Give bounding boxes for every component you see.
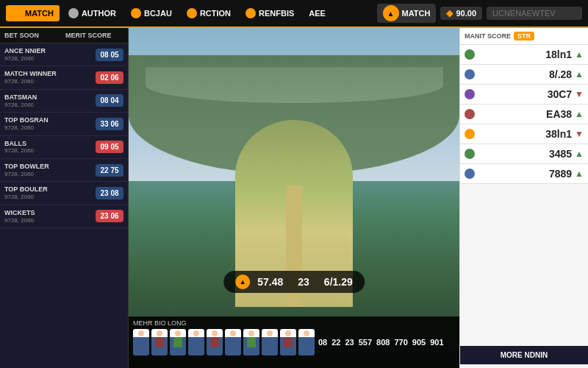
coin-balance: ◆ 90.00 [440, 7, 482, 20]
bottom-number: 08 [318, 338, 327, 347]
player-icon-1 [133, 329, 149, 355]
odds-value: 7889 [478, 168, 572, 180]
right-panel-header: MANIT SCORE STR [460, 28, 588, 45]
team-icon: ▲ [235, 275, 250, 289]
bet-label: BALLS 9728, 2060 [4, 140, 93, 155]
nav-item-rction[interactable]: RCTION [181, 5, 237, 21]
odds-row[interactable]: EA38 ▲ [460, 105, 588, 124]
bet-label: MATCH WINNER 9728, 2060 [4, 70, 93, 85]
main-score: 57.48 [257, 276, 283, 288]
center-panel: ▲ 57.48 23 6/1.29 MEHR BIO LONG [129, 28, 459, 368]
nav-item-aee[interactable]: AEE [303, 6, 331, 21]
player-icon-9 [280, 329, 296, 355]
right-header-label: MANIT SCORE [465, 32, 511, 40]
coin-icon: ◆ [446, 8, 453, 18]
overs-score: 23 [298, 276, 309, 288]
bet-row[interactable]: BATSMAN 9728, 2060 08 04 [0, 90, 128, 113]
bet-row[interactable]: WICKETS 9728, 2060 23 06 [0, 205, 128, 228]
left-betting-panel: BET SOON MERIT SCORE ANCE NNIER 9728, 20… [0, 28, 129, 368]
player-icon-6 [225, 329, 241, 355]
star-icon [245, 8, 256, 18]
bottom-number: 22 [331, 338, 340, 347]
trend-arrow-icon: ▲ [575, 109, 584, 119]
player-icon-5 [207, 329, 223, 355]
bet-row[interactable]: MATCH WINNER 9728, 2060 02 06 [0, 66, 128, 89]
bet-odds[interactable]: 09 05 [96, 141, 123, 153]
right-odds-panel: MANIT SCORE STR 18ln1 ▲ 8/.28 ▲ 30C7 ▼ E… [459, 28, 588, 368]
odds-value: 38ln1 [478, 128, 572, 140]
trend-arrow-icon: ▲ [575, 69, 584, 79]
stands-inner-bg [146, 67, 443, 103]
trend-arrow-icon: ▼ [575, 129, 584, 139]
odds-list: 18ln1 ▲ 8/.28 ▲ 30C7 ▼ EA38 ▲ 38ln1 ▼ 34… [460, 45, 588, 346]
person-icon [68, 8, 79, 18]
bet-row[interactable]: BALLS 9728, 2060 09 05 [0, 136, 128, 159]
green-icon [465, 49, 475, 60]
odds-row[interactable]: 3485 ▲ [460, 144, 588, 164]
player-icons-list: 082223557808770905901 [133, 329, 455, 355]
purple-icon [465, 89, 475, 99]
orange-icon [465, 129, 475, 139]
top-navigation: MATCH AUTHOR BCJAU RCTION RENFBIS AEE ▲ … [0, 0, 588, 28]
sub-score: 6/1.29 [324, 276, 353, 288]
bottom-number: 808 [376, 338, 390, 347]
bottom-number: 901 [430, 338, 443, 347]
trend-arrow-icon: ▲ [575, 149, 584, 159]
bet-odds[interactable]: 02 06 [96, 71, 123, 84]
bet-odds[interactable]: 08 05 [96, 49, 123, 61]
bet-label: TOP BOSRAN 9728, 2060 [4, 116, 93, 131]
nav-item-author[interactable]: AUTHOR [62, 5, 122, 21]
stadium-background: ▲ 57.48 23 6/1.29 MEHR BIO LONG [129, 28, 459, 368]
odds-row[interactable]: 7889 ▲ [460, 164, 588, 184]
bet-row[interactable]: TOP BOULER 9728, 2060 23 08 [0, 182, 128, 205]
bet-odds[interactable]: 23 06 [96, 210, 123, 222]
green-icon [465, 149, 475, 159]
bet-odds[interactable]: 33 06 [96, 118, 123, 130]
odds-value: 8/.28 [478, 68, 572, 80]
bet-odds[interactable]: 08 04 [96, 94, 123, 107]
nav-item-renfbis[interactable]: RENFBIS [240, 5, 300, 21]
bet-label: ANCE NNIER 9728, 2060 [4, 47, 93, 62]
bet-row[interactable]: ANCE NNIER 9728, 2060 08 05 [0, 43, 128, 66]
bottom-label-text: MEHR BIO LONG [133, 319, 187, 327]
nav-right-section: ▲ MATCH ◆ 90.00 [377, 4, 582, 23]
bet-label: TOP BOWLER 9728, 2060 [4, 163, 93, 177]
bet-row[interactable]: TOP BOWLER 9728, 2060 22 75 [0, 159, 128, 182]
blue-icon [465, 169, 475, 179]
left-panel-header: BET SOON MERIT SCORE [0, 28, 128, 43]
player-icon-8 [262, 329, 278, 355]
flame-icon [131, 8, 141, 18]
right-panel-inner: 18ln1 ▲ 8/.28 ▲ 30C7 ▼ EA38 ▲ 38ln1 ▼ 34… [460, 45, 588, 364]
blue-icon [465, 69, 475, 79]
search-input[interactable] [487, 7, 582, 20]
player-icon-3 [170, 329, 186, 355]
player-icon-4 [188, 329, 204, 355]
bet-odds[interactable]: 22 75 [96, 164, 123, 177]
player-icon-2 [151, 329, 168, 355]
bet-label: WICKETS 9728, 2060 [4, 209, 93, 224]
trend-arrow-icon: ▼ [575, 89, 584, 99]
bottom-bar-label: MEHR BIO LONG [133, 319, 455, 327]
match-badge[interactable]: ▲ MATCH [377, 4, 437, 23]
bottom-bar: MEHR BIO LONG 082223557808770905901 [129, 316, 459, 368]
bet-rows-list: ANCE NNIER 9728, 2060 08 05 MATCH WINNER… [0, 43, 128, 228]
bottom-number: 23 [345, 338, 354, 347]
score-overlay: ▲ 57.48 23 6/1.29 [223, 271, 365, 293]
odds-row[interactable]: 8/.28 ▲ [460, 65, 588, 85]
odds-row[interactable]: 38ln1 ▼ [460, 124, 588, 144]
bottom-number: 557 [359, 338, 372, 347]
nav-item-bcjau[interactable]: BCJAU [125, 5, 178, 21]
odds-value: 18ln1 [478, 49, 572, 60]
trend-arrow-icon: ▲ [575, 49, 584, 60]
nav-item-match[interactable]: MATCH [6, 5, 60, 21]
bet-row[interactable]: TOP BOSRAN 9728, 2060 33 06 [0, 113, 128, 135]
odds-value: 3485 [478, 148, 572, 160]
bet-odds[interactable]: 23 08 [96, 187, 123, 199]
bottom-number: 770 [394, 338, 407, 347]
odds-row[interactable]: 18ln1 ▲ [460, 45, 588, 65]
player-icon-10 [298, 329, 315, 355]
more-button[interactable]: MORE NDNIN [460, 346, 588, 364]
bolt-icon [187, 8, 197, 18]
bottom-numbers: 082223557808770905901 [317, 338, 445, 347]
odds-row[interactable]: 30C7 ▼ [460, 85, 588, 105]
